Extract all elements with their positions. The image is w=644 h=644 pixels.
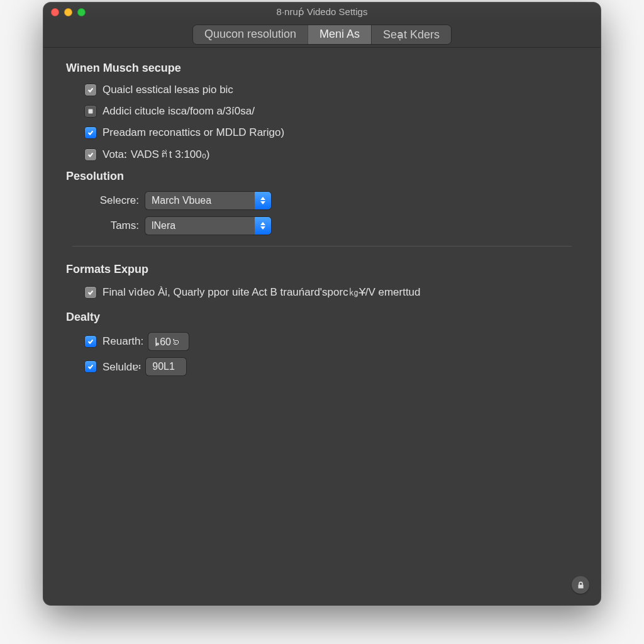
select-selecre[interactable]: March Vbuea [145, 192, 271, 209]
select-tams[interactable]: lNera [145, 217, 271, 235]
checkbox-label: Preadam reconattics or MDLD Rarigo) [103, 126, 284, 139]
chevron-down-icon [260, 226, 265, 230]
check-icon [87, 338, 94, 345]
lock-icon [577, 581, 585, 589]
dealty-row: Reuarth: ȴ60៦ [66, 333, 578, 350]
separator [72, 246, 572, 247]
checkbox-row: Preadam reconattics or MDLD Rarigo) [66, 126, 578, 139]
tab-resolution[interactable]: Quucon resolution [193, 25, 308, 44]
section-heading-1: Winen Musch secupe [66, 62, 578, 75]
checkbox-formats[interactable] [85, 287, 96, 298]
value-box-selulde[interactable]: 90L1 [146, 358, 186, 375]
content-area: Winen Musch secupe Quaicl esstical lesas… [43, 48, 601, 406]
close-button[interactable] [51, 8, 59, 16]
select-row: Selecre: March Vbuea [66, 192, 578, 209]
window-title: 8·nruṕ Videdo Settigs [43, 6, 601, 18]
traffic-lights [51, 8, 86, 16]
select-value: March Vbuea [145, 195, 255, 206]
section-heading-3: Formats Expup [66, 263, 578, 276]
checkbox-selulde[interactable] [85, 361, 96, 372]
field-label: Reuarth: [103, 335, 143, 348]
select-label: Tams: [85, 219, 139, 232]
checkbox-row: Addici citucle isca/foom a/3í0sa/ [66, 105, 578, 118]
check-icon [87, 363, 94, 370]
dealty-row: Seluldɐ፡ 90L1 [66, 358, 578, 375]
chevron-up-icon [260, 197, 265, 200]
checkbox-1[interactable] [85, 84, 96, 96]
check-icon [87, 151, 94, 158]
value-text: 90L1 [146, 361, 186, 372]
section-heading-4: Dealty [66, 311, 578, 324]
checkbox-label: Quaicl esstical lesas pio bic [103, 84, 233, 96]
stepper-icon [255, 217, 271, 235]
checkbox-reuarth[interactable] [85, 336, 96, 347]
checkbox-label: Final vìdeo Ài, Quarly ppor uite Act B t… [103, 285, 421, 299]
checkbox-row: Votaː VADSឥt 3:100₀) [66, 148, 578, 161]
checkbox-3[interactable] [85, 127, 96, 138]
stepper-icon [255, 192, 271, 209]
checkbox-4[interactable] [85, 149, 96, 160]
select-label: Selecre: [85, 194, 139, 207]
checkbox-row: Quaicl esstical lesas pio bic [66, 84, 578, 96]
check-icon [87, 289, 94, 296]
checkbox-label: Addici citucle isca/foom a/3í0sa/ [103, 105, 255, 118]
select-row: Tams: lNera [66, 217, 578, 235]
minimize-button[interactable] [64, 8, 72, 16]
toolbar: Quucon resolution Meni As Seạt Kders [43, 21, 601, 48]
titlebar: 8·nruṕ Videdo Settigs [43, 3, 601, 21]
tab-seat-kders[interactable]: Seạt Kders [371, 25, 451, 44]
tab-group: Quucon resolution Meni As Seạt Kders [193, 25, 451, 44]
checkbox-2[interactable] [85, 106, 96, 117]
square-icon [87, 108, 94, 115]
field-label: Seluldɐ፡ [103, 360, 141, 374]
svg-rect-0 [89, 109, 93, 114]
select-value: lNera [145, 220, 255, 231]
chevron-up-icon [260, 222, 265, 225]
check-icon [87, 129, 94, 136]
tab-meni-as[interactable]: Meni As [308, 25, 371, 44]
check-icon [87, 86, 94, 94]
settings-window: 8·nruṕ Videdo Settigs Quucon resolution … [43, 3, 601, 605]
section-heading-2: Pesolution [66, 170, 578, 183]
lock-button[interactable] [572, 576, 589, 594]
checkbox-label: Votaː VADSឥt 3:100₀) [103, 148, 209, 161]
value-text: ȴ60៦ [148, 336, 189, 348]
checkbox-row: Final vìdeo Ài, Quarly ppor uite Act B t… [66, 285, 578, 299]
value-box-reuarth[interactable]: ȴ60៦ [148, 333, 189, 350]
maximize-button[interactable] [77, 8, 86, 16]
chevron-down-icon [260, 201, 265, 204]
